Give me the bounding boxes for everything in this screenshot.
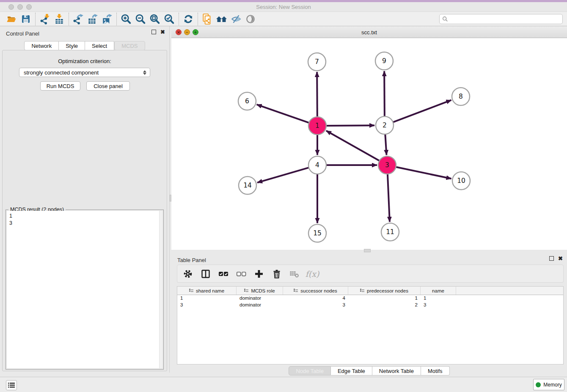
column-header-mcds-role[interactable]: MCDS role — [237, 287, 283, 295]
graph-edge-2-8[interactable] — [392, 100, 451, 122]
network-canvas[interactable]: 7968124314101511 — [171, 38, 567, 250]
hide-graphics-details-button[interactable] — [229, 13, 243, 25]
graph-edge-2-3[interactable] — [385, 133, 386, 155]
cell-predecessor-nodes: 1 — [348, 295, 421, 302]
graph-edge-1-6[interactable] — [257, 105, 310, 123]
close-panel-icon[interactable]: ✖ — [160, 30, 165, 34]
delete-columns-button[interactable] — [271, 268, 282, 279]
open-session-button[interactable] — [4, 13, 19, 25]
select-all-button[interactable] — [218, 268, 229, 279]
graph-node-label: 2 — [383, 121, 387, 129]
save-session-button[interactable] — [19, 13, 33, 25]
table-header-row: shared name MCDS role successor nodes pr… — [177, 287, 563, 295]
memory-label: Memory — [543, 382, 561, 388]
zoom-fit-button[interactable] — [148, 13, 162, 25]
result-line: 3 — [9, 220, 160, 227]
network-window-titlebar[interactable]: ✕ − + scc.txt — [171, 26, 567, 38]
network-view-window: ✕ − + scc.txt 7968124314101511 — [171, 26, 567, 250]
search-icon — [442, 16, 448, 22]
export-image-icon — [102, 14, 113, 25]
import-network-button[interactable] — [38, 13, 52, 25]
import-network-icon — [39, 14, 50, 25]
graph-edge-1-7[interactable] — [317, 72, 317, 118]
optimization-criterion-dropdown[interactable]: strongly connected component — [19, 68, 150, 77]
zoom-out-icon — [135, 13, 146, 25]
share-network-button[interactable] — [200, 13, 215, 25]
column-header-successor-nodes[interactable]: successor nodes — [283, 287, 348, 295]
function-builder-button-disabled: f(x) — [307, 268, 318, 279]
toolbar-separator — [116, 13, 117, 25]
home-houses-icon — [215, 14, 228, 24]
memory-status-icon — [536, 382, 541, 387]
graph-edge-3-11[interactable] — [388, 173, 390, 222]
graph-edge-3-10[interactable] — [395, 167, 451, 179]
export-network-button[interactable] — [71, 13, 85, 25]
column-type-icon — [189, 289, 193, 293]
apply-layout-button[interactable] — [181, 13, 195, 25]
graph-node-label: 14 — [243, 182, 252, 189]
float-panel-icon[interactable] — [549, 256, 554, 261]
zoom-in-icon — [120, 13, 132, 25]
table-row[interactable]: 1 dominator 4 1 1 — [177, 295, 563, 302]
import-table-icon — [54, 14, 65, 25]
result-line: 1 — [9, 213, 160, 220]
zoom-out-button[interactable] — [133, 13, 148, 25]
cell-predecessor-nodes: 2 — [348, 302, 421, 309]
eye-icon — [245, 14, 256, 25]
show-task-history-button[interactable] — [6, 380, 17, 390]
table-options-button[interactable] — [182, 268, 193, 279]
tab-edge-table[interactable]: Edge Table — [331, 366, 372, 375]
close-panel-icon[interactable]: ✖ — [558, 256, 563, 261]
list-icon — [8, 382, 15, 388]
result-scrollbar[interactable] — [159, 211, 162, 368]
column-type-icon — [360, 289, 364, 293]
graph-edge-4-14[interactable] — [257, 167, 310, 182]
column-header-name[interactable]: name — [421, 287, 456, 295]
open-ndex-button[interactable] — [215, 13, 229, 25]
tab-network[interactable]: Network — [24, 41, 59, 50]
delete-table-button-disabled — [289, 268, 300, 279]
cell-shared-name: 3 — [177, 302, 237, 309]
tab-motifs[interactable]: Motifs — [421, 366, 450, 375]
graph-edge-1-2[interactable] — [325, 125, 374, 126]
tab-network-table[interactable]: Network Table — [372, 366, 421, 375]
unchecked-boxes-icon — [236, 270, 246, 278]
main-toolbar — [0, 12, 567, 26]
add-column-button[interactable] — [253, 268, 264, 279]
table-row[interactable]: 3 dominator 3 2 3 — [177, 302, 563, 309]
toolbar-separator — [198, 13, 198, 25]
search-field[interactable] — [439, 14, 563, 24]
show-graphics-details-button[interactable] — [243, 13, 258, 25]
search-input[interactable] — [450, 16, 560, 22]
graph-edge-2-9[interactable] — [384, 71, 385, 117]
zoom-selected-button[interactable] — [162, 13, 176, 25]
export-table-button[interactable] — [85, 13, 100, 25]
tab-mcds[interactable]: MCDS — [114, 41, 145, 50]
graph-edge-3-1[interactable] — [326, 131, 380, 161]
tab-style[interactable]: Style — [59, 41, 85, 50]
splitter-handle[interactable] — [364, 249, 371, 252]
table-panel-title: Table Panel — [177, 257, 206, 263]
cell-name: 1 — [421, 295, 456, 302]
column-type-icon — [244, 289, 248, 293]
network-graph[interactable]: 7968124314101511 — [171, 38, 567, 250]
window-title: Session: New Session — [0, 4, 567, 10]
open-folder-icon — [6, 14, 17, 24]
deselect-all-button[interactable] — [236, 268, 247, 279]
float-panel-icon[interactable] — [151, 30, 156, 34]
column-header-predecessor-nodes[interactable]: predecessor nodes — [348, 287, 421, 295]
column-header-shared-name[interactable]: shared name — [177, 287, 237, 295]
run-mcds-button[interactable]: Run MCDS — [40, 81, 80, 91]
export-image-button[interactable] — [100, 13, 114, 25]
show-column-panel-button[interactable] — [200, 268, 211, 279]
tab-select[interactable]: Select — [85, 41, 114, 50]
checked-boxes-icon — [218, 270, 228, 278]
close-panel-button[interactable]: Close panel — [86, 81, 130, 91]
import-table-button[interactable] — [52, 13, 66, 25]
memory-button[interactable]: Memory — [533, 379, 564, 390]
zoom-in-button[interactable] — [119, 13, 133, 25]
dropdown-selected-value: strongly connected component — [24, 69, 143, 76]
zoom-selected-icon — [163, 13, 175, 25]
tab-node-table[interactable]: Node Table — [289, 366, 331, 375]
mcds-result-text[interactable]: 1 3 — [7, 211, 162, 368]
